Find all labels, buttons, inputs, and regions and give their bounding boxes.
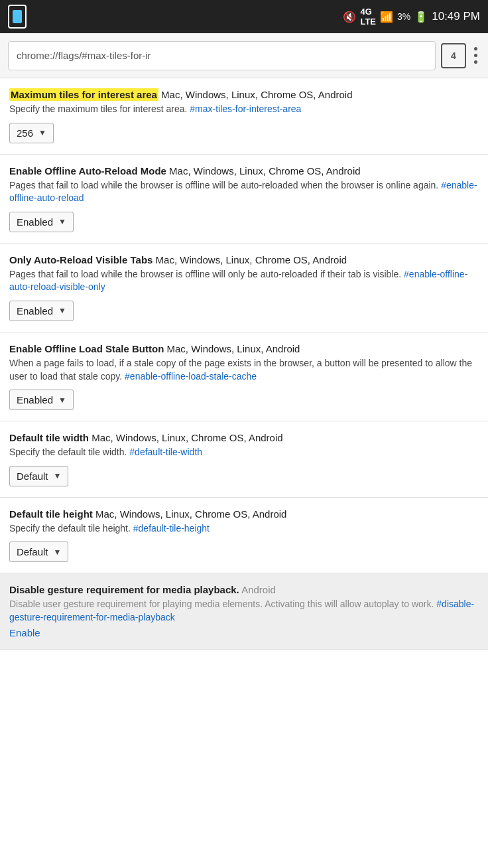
dropdown-arrow-max-tiles: ▼ [38, 128, 46, 137]
flag-dropdown-auto-reload-visible[interactable]: Enabled ▼ [9, 301, 74, 321]
flag-item-offline-auto-reload: Enable Offline Auto-Reload Mode Mac, Win… [0, 155, 488, 244]
flag-title-line-2: Enable Offline Auto-Reload Mode Mac, Win… [9, 165, 479, 177]
flag-link-auto-reload-visible[interactable]: #enable-offline-auto-reload-visible-only [9, 269, 467, 293]
dropdown-arrow-3: ▼ [58, 306, 66, 315]
flag-desc-auto-reload-visible: Pages that fail to load while the browse… [9, 268, 479, 294]
url-input[interactable]: chrome://flags/#max-tiles-for-ir [8, 41, 436, 70]
status-bar: 🔇 4GLTE 📶 3% 🔋 10:49 PM [0, 0, 488, 33]
flag-item-auto-reload-visible: Only Auto-Reload Visible Tabs Mac, Windo… [0, 244, 488, 332]
dropdown-arrow-4: ▼ [58, 396, 66, 405]
flag-dropdown-tile-width[interactable]: Default ▼ [9, 466, 68, 486]
dropdown-value-offline-auto-reload: Enabled [17, 216, 53, 228]
flag-platforms-2: Mac, Windows, Linux, Chrome OS, Android [166, 165, 361, 177]
flag-item-disable-gesture: Disable gesture requirement for media pl… [0, 573, 488, 649]
flag-title-max-tiles: Maximum tiles for interest area [9, 88, 158, 101]
flag-desc-tile-width: Specify the default tile width. #default… [9, 446, 479, 459]
flag-dropdown-tile-height[interactable]: Default ▼ [9, 542, 68, 562]
mute-icon: 🔇 [343, 11, 356, 23]
flag-item-tile-height: Default tile height Mac, Windows, Linux,… [0, 498, 488, 574]
flag-title-line-4: Enable Offline Load Stale Button Mac, Wi… [9, 343, 479, 354]
dropdown-arrow-6: ▼ [54, 547, 62, 557]
flag-title-tile-height: Default tile height [9, 508, 93, 520]
flag-desc-disable-gesture: Disable user gesture requirement for pla… [9, 598, 479, 624]
flag-dropdown-max-tiles[interactable]: 256 ▼ [9, 123, 54, 143]
dot1 [474, 47, 477, 50]
enable-link-disable-gesture[interactable]: Enable [9, 627, 40, 638]
flag-link-max-tiles[interactable]: #max-tiles-for-interest-area [190, 104, 301, 114]
dropdown-value-max-tiles: 256 [17, 127, 33, 139]
flag-desc-offline-stale: When a page fails to load, if a stale co… [9, 357, 479, 383]
flag-title-line: Maximum tiles for interest area Mac, Win… [9, 89, 479, 100]
flag-dropdown-offline-auto-reload[interactable]: Enabled ▼ [9, 212, 74, 232]
flag-platforms-4: Mac, Windows, Linux, Android [164, 343, 300, 354]
flag-item-offline-stale: Enable Offline Load Stale Button Mac, Wi… [0, 332, 488, 421]
flags-content: Maximum tiles for interest area Mac, Win… [0, 78, 488, 650]
tab-count[interactable]: 4 [441, 43, 466, 68]
dropdown-arrow-2: ▼ [58, 217, 66, 226]
flag-desc-offline-auto-reload: Pages that fail to load while the browse… [9, 179, 479, 205]
dropdown-value-offline-stale: Enabled [17, 394, 53, 405]
dot3 [474, 60, 477, 64]
dropdown-value-tile-height: Default [17, 546, 48, 557]
phone-icon [8, 5, 27, 29]
dropdown-arrow-5: ▼ [54, 471, 62, 480]
status-bar-right: 🔇 4GLTE 📶 3% 🔋 10:49 PM [343, 7, 480, 27]
network-icon: 4GLTE [360, 7, 376, 27]
dropdown-value-tile-width: Default [17, 470, 48, 482]
flag-link-offline-auto-reload[interactable]: #enable-offline-auto-reload [9, 180, 477, 204]
flag-link-tile-height[interactable]: #default-tile-height [133, 523, 210, 534]
flag-platforms-6: Mac, Windows, Linux, Chrome OS, Android [93, 508, 287, 520]
flag-title-offline-auto-reload: Enable Offline Auto-Reload Mode [9, 165, 166, 177]
battery-icon: 🔋 [414, 11, 428, 23]
flag-dropdown-offline-stale[interactable]: Enabled ▼ [9, 390, 74, 410]
dropdown-value-auto-reload-visible: Enabled [17, 305, 53, 317]
url-bar: chrome://flags/#max-tiles-for-ir 4 [0, 33, 488, 78]
status-bar-left [8, 5, 27, 29]
flag-link-offline-stale[interactable]: #enable-offline-load-stale-cache [125, 371, 257, 382]
flag-title-line-5: Default tile width Mac, Windows, Linux, … [9, 432, 479, 443]
flag-title-disable-gesture: Disable gesture requirement for media pl… [9, 584, 239, 595]
flag-platforms-7: Android [239, 584, 276, 595]
flag-title-tile-width: Default tile width [9, 432, 89, 443]
flag-item-max-tiles: Maximum tiles for interest area Mac, Win… [0, 78, 488, 155]
more-options-button[interactable] [471, 44, 480, 66]
flag-platforms-max-tiles: Mac, Windows, Linux, Chrome OS, Android [158, 89, 353, 100]
flag-item-tile-width: Default tile width Mac, Windows, Linux, … [0, 421, 488, 498]
flag-title-auto-reload-visible: Only Auto-Reload Visible Tabs [9, 254, 152, 265]
flag-desc-max-tiles: Specify the maximum tiles for interest a… [9, 103, 479, 116]
flag-platforms-5: Mac, Windows, Linux, Chrome OS, Android [89, 432, 283, 443]
flag-title-offline-stale: Enable Offline Load Stale Button [9, 343, 164, 354]
time-display: 10:49 PM [432, 10, 480, 23]
flag-title-line-7: Disable gesture requirement for media pl… [9, 584, 479, 595]
flag-title-line-6: Default tile height Mac, Windows, Linux,… [9, 508, 479, 520]
flag-desc-tile-height: Specify the default tile height. #defaul… [9, 522, 479, 536]
dot2 [474, 54, 477, 57]
flag-platforms-3: Mac, Windows, Linux, Chrome OS, Android [152, 254, 347, 265]
flag-link-tile-width[interactable]: #default-tile-width [129, 447, 202, 457]
signal-icon: 📶 [380, 11, 393, 23]
flag-title-line-3: Only Auto-Reload Visible Tabs Mac, Windo… [9, 254, 479, 265]
battery-percent: 3% [397, 11, 410, 22]
flag-link-disable-gesture[interactable]: #disable-gesture-requirement-for-media-p… [9, 599, 474, 622]
url-text: chrome://flags/#max-tiles-for-ir [17, 50, 151, 61]
